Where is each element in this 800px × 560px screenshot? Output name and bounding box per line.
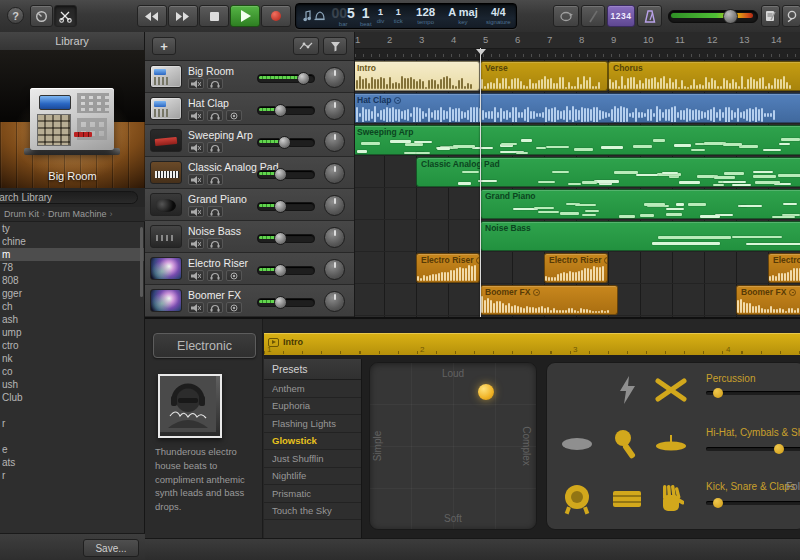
editor-region-tab[interactable]: Intro	[268, 337, 303, 347]
drumsticks-icon[interactable]	[651, 373, 691, 407]
volume-knob[interactable]	[274, 104, 287, 117]
list-item[interactable]: ctro	[0, 339, 144, 352]
region[interactable]: Verse	[480, 61, 608, 91]
region[interactable]: Hat Clap	[355, 93, 800, 123]
quick-help-button[interactable]: ?	[7, 7, 24, 24]
volume-knob[interactable]	[274, 296, 287, 309]
volume-knob[interactable]	[274, 168, 287, 181]
list-item[interactable]: co	[0, 365, 144, 378]
list-item[interactable]: m	[0, 248, 144, 261]
solo-button[interactable]	[207, 142, 223, 153]
mute-button[interactable]	[188, 174, 204, 185]
playhead-handle[interactable]	[476, 49, 486, 55]
solo-button[interactable]	[207, 78, 223, 89]
volume-knob[interactable]	[278, 136, 291, 149]
pan-knob[interactable]	[324, 163, 345, 184]
list-item[interactable]: ash	[0, 313, 144, 326]
preset-item[interactable]: Anthem	[264, 380, 361, 398]
bolt-icon[interactable]	[607, 373, 647, 407]
ruler-tick-strip[interactable]	[355, 48, 800, 60]
shaker-icon[interactable]	[557, 427, 597, 461]
list-item[interactable]: r	[0, 417, 144, 430]
editors-button[interactable]	[54, 5, 77, 27]
list-item[interactable]: 78	[0, 261, 144, 274]
volume-slider[interactable]	[257, 266, 315, 275]
track-header[interactable]: Hat Clap	[145, 93, 354, 125]
automation-button[interactable]	[293, 37, 319, 55]
breadcrumb-item[interactable]: Drum Kit	[4, 209, 39, 219]
volume-slider[interactable]	[257, 234, 315, 243]
editor-region-ruler[interactable]: Intro 1234	[264, 333, 800, 355]
bar-ruler[interactable]: 123456789101112131415	[355, 32, 800, 48]
master-volume-knob[interactable]	[723, 9, 738, 24]
track-header[interactable]: Noise Bass	[145, 221, 354, 253]
mute-button[interactable]	[188, 270, 204, 281]
notepad-button[interactable]	[761, 5, 780, 27]
region[interactable]: Noise Bass	[480, 221, 800, 251]
mix-slider[interactable]	[706, 447, 800, 451]
snare-drum-icon[interactable]	[607, 482, 647, 516]
solo-button[interactable]	[207, 206, 223, 217]
playhead[interactable]	[480, 48, 481, 317]
search-input[interactable]: Search Library	[0, 191, 138, 204]
track-header[interactable]: Classic Analog Pad	[145, 157, 354, 189]
list-item[interactable]: 808	[0, 274, 144, 287]
add-track-button[interactable]: +	[152, 37, 176, 55]
follow-label[interactable]: Follow	[786, 481, 800, 492]
volume-slider[interactable]	[257, 170, 315, 179]
mix-slider-knob[interactable]	[713, 498, 723, 508]
region[interactable]: Grand Piano	[480, 189, 800, 219]
pan-knob[interactable]	[324, 131, 345, 152]
smart-controls-button[interactable]	[30, 5, 53, 27]
pan-knob[interactable]	[324, 227, 345, 248]
preset-item[interactable]: Prismatic	[264, 485, 361, 503]
list-item[interactable]: ats	[0, 456, 144, 469]
region[interactable]: Electro Riser	[416, 253, 480, 283]
master-volume-slider[interactable]	[668, 10, 758, 23]
metronome-button[interactable]	[637, 5, 662, 27]
volume-knob[interactable]	[274, 232, 287, 245]
region[interactable]: Boomer FX	[480, 285, 618, 315]
list-item[interactable]: e	[0, 443, 144, 456]
mute-button[interactable]	[188, 302, 204, 313]
volume-slider[interactable]	[257, 106, 315, 115]
region[interactable]: Classic Analog Pad	[416, 157, 800, 187]
volume-slider[interactable]	[257, 202, 315, 211]
record-button[interactable]	[261, 5, 291, 27]
catch-playhead-button[interactable]	[323, 37, 347, 55]
volume-knob[interactable]	[274, 200, 287, 213]
pan-knob[interactable]	[324, 259, 345, 280]
track-header[interactable]: Sweeping Arp	[145, 125, 354, 157]
mix-slider-knob[interactable]	[774, 444, 784, 454]
library-scrollbar[interactable]	[140, 227, 143, 297]
genre-button[interactable]: Electronic	[153, 333, 256, 358]
mute-button[interactable]	[188, 110, 204, 121]
solo-button[interactable]	[207, 302, 223, 313]
breadcrumb[interactable]: Drum Kit›Drum Machine›	[0, 207, 145, 222]
rewind-button[interactable]	[137, 5, 167, 27]
volume-knob[interactable]	[297, 72, 310, 85]
list-item[interactable]	[0, 430, 144, 443]
preset-item[interactable]: Euphoria	[264, 398, 361, 416]
save-button[interactable]: Save...	[83, 539, 139, 557]
mute-button[interactable]	[188, 238, 204, 249]
solo-button[interactable]	[207, 110, 223, 121]
mix-slider-knob[interactable]	[713, 388, 723, 398]
list-item[interactable]	[0, 404, 144, 417]
hand-clap-icon[interactable]	[651, 482, 691, 516]
list-item[interactable]: ty	[0, 222, 144, 235]
track-header[interactable]: Big Room	[145, 61, 354, 93]
pan-knob[interactable]	[324, 195, 345, 216]
preset-item[interactable]: Flashing Lights	[264, 415, 361, 433]
volume-slider[interactable]	[257, 298, 315, 307]
preset-item[interactable]: Nightlife	[264, 468, 361, 486]
region[interactable]: Boomer FX	[736, 285, 800, 315]
preset-item[interactable]: Glowstick	[264, 433, 361, 451]
timeline[interactable]: 123456789101112131415 IntroVerseChorusHa…	[355, 32, 800, 317]
list-item[interactable]: r	[0, 469, 144, 482]
forward-button[interactable]	[168, 5, 198, 27]
region[interactable]: Intro	[355, 61, 480, 91]
track-header[interactable]: Electro Riser	[145, 253, 354, 285]
monitor-button[interactable]	[226, 110, 242, 121]
volume-slider[interactable]	[257, 74, 315, 83]
